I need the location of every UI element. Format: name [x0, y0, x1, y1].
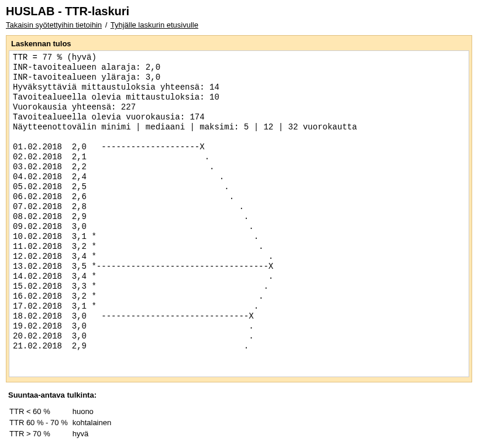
- interpretation-range: TTR > 70 %: [9, 429, 71, 439]
- results-textarea[interactable]: [9, 50, 469, 377]
- interpretation-label: kohtalainen: [73, 418, 112, 428]
- interpretation-title: Suuntaa-antava tulkinta:: [6, 391, 472, 399]
- interpretation-label: huono: [73, 406, 112, 416]
- page-title: HUSLAB - TTR-laskuri: [6, 5, 472, 18]
- interpretation-label: hyvä: [73, 429, 112, 439]
- interpretation-table: TTR < 60 %huonoTTR 60 % - 70 %kohtalaine…: [6, 405, 112, 440]
- interpretation-range: TTR 60 % - 70 %: [9, 418, 71, 428]
- interpretation-row: TTR < 60 %huono: [9, 406, 111, 416]
- nav-links: Takaisin syötettyihin tietoihin / Tyhjäl…: [6, 20, 472, 29]
- interpretation-row: TTR > 70 %hyvä: [9, 429, 111, 439]
- link-back-to-input[interactable]: Takaisin syötettyihin tietoihin: [6, 20, 102, 29]
- interpretation-range: TTR < 60 %: [9, 406, 71, 416]
- result-panel: Laskennan tulos: [6, 35, 472, 382]
- link-empty-calculator[interactable]: Tyhjälle laskurin etusivulle: [111, 20, 198, 29]
- interpretation-row: TTR 60 % - 70 %kohtalainen: [9, 418, 111, 428]
- nav-separator: /: [104, 20, 109, 29]
- panel-title: Laskennan tulos: [9, 38, 469, 50]
